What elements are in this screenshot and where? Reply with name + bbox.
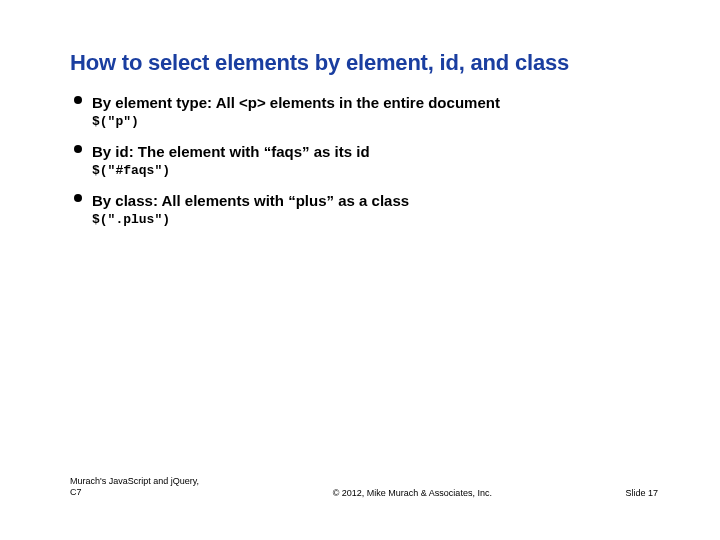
slide-title: How to select elements by element, id, a… [70, 50, 650, 76]
footer-book-title: Murach's JavaScript and jQuery, [70, 476, 199, 486]
footer-left: Murach's JavaScript and jQuery, C7 [70, 476, 199, 499]
bullet-heading: By element type: All <p> elements in the… [92, 94, 500, 111]
footer-chapter: C7 [70, 487, 82, 497]
code-snippet: $("p") [92, 114, 650, 129]
bullet-heading: By id: The element with “faqs” as its id [92, 143, 370, 160]
bullet-icon [74, 96, 82, 104]
footer-slide-number: Slide 17 [625, 488, 658, 498]
code-snippet: $("#faqs") [92, 163, 650, 178]
footer: Murach's JavaScript and jQuery, C7 © 201… [70, 476, 658, 499]
bullet-item: By id: The element with “faqs” as its id [92, 143, 650, 161]
bullet-heading: By class: All elements with “plus” as a … [92, 192, 409, 209]
bullet-item: By class: All elements with “plus” as a … [92, 192, 650, 210]
bullet-icon [74, 145, 82, 153]
slide-content: By element type: All <p> elements in the… [70, 94, 650, 227]
bullet-item: By element type: All <p> elements in the… [92, 94, 650, 112]
footer-copyright: © 2012, Mike Murach & Associates, Inc. [199, 488, 625, 498]
slide: How to select elements by element, id, a… [0, 0, 720, 540]
code-snippet: $(".plus") [92, 212, 650, 227]
bullet-icon [74, 194, 82, 202]
